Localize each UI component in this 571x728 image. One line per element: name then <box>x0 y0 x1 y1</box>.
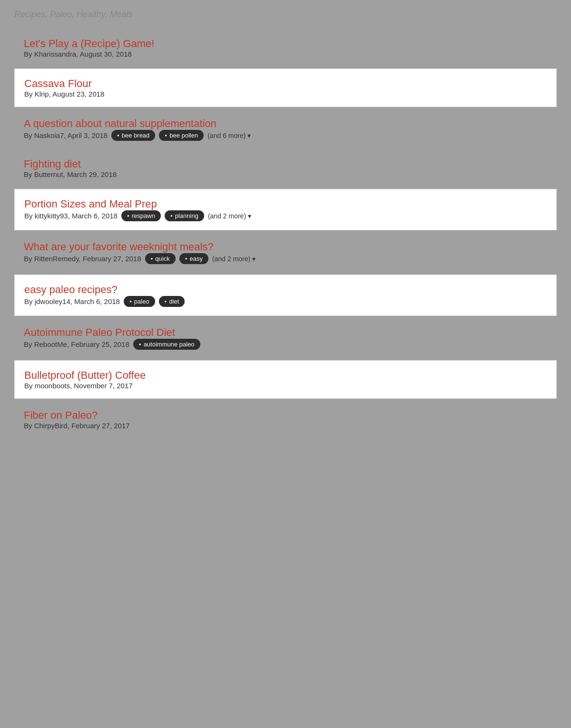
post-title[interactable]: Let's Play a (Recipe) Game! <box>24 38 154 49</box>
tag[interactable]: bee pollen <box>159 130 204 141</box>
tag[interactable]: quick <box>145 253 176 264</box>
post-title[interactable]: easy paleo recipes? <box>24 284 118 295</box>
list-item[interactable]: A question about natural supplementation… <box>14 109 557 149</box>
post-author-date: By ChirpyBird, February 27, 2017 <box>24 422 130 430</box>
post-meta: By RebootMe, February 25, 2018autoimmune… <box>24 339 547 350</box>
tag[interactable]: bee bread <box>111 130 155 141</box>
post-author-date: By Klrip, August 23, 2018 <box>24 90 104 98</box>
post-author-date: By Butternut, March 29, 2018 <box>24 170 117 178</box>
post-meta: By ChirpyBird, February 27, 2017 <box>24 422 547 430</box>
post-meta: By RittenRemedy, February 27, 2018quicke… <box>24 253 547 264</box>
post-author-date: By kittykitty93, March 6, 2018 <box>24 212 118 220</box>
post-author-date: By moonboots, November 7, 2017 <box>24 382 133 390</box>
list-item[interactable]: Let's Play a (Recipe) Game!By Kharissand… <box>14 29 557 67</box>
post-title[interactable]: A question about natural supplementation <box>24 118 217 129</box>
list-item[interactable]: Autoimmune Paleo Protocol DietBy RebootM… <box>14 318 557 358</box>
post-author-date: By jdwooley14, March 6, 2018 <box>24 297 120 305</box>
list-item[interactable]: Fiber on Paleo?By ChirpyBird, February 2… <box>14 401 557 438</box>
list-item[interactable]: Cassava FlourBy Klrip, August 23, 2018 <box>14 69 557 107</box>
post-list: Let's Play a (Recipe) Game!By Kharissand… <box>14 29 557 438</box>
list-item[interactable]: Bulletproof (Butter) CoffeeBy moonboots,… <box>14 360 557 399</box>
post-meta: By jdwooley14, March 6, 2018paleodiet <box>24 296 547 307</box>
post-meta: By Kharissandra, August 30, 2018 <box>24 50 547 58</box>
post-meta: By kittykitty93, March 6, 2018respawnpla… <box>24 210 547 221</box>
post-author-date: By RittenRemedy, February 27, 2018 <box>24 255 141 263</box>
more-tags[interactable]: (and 6 more) <box>207 132 251 139</box>
more-tags[interactable]: (and 2 more) <box>208 212 251 220</box>
post-meta: By Klrip, August 23, 2018 <box>24 90 547 98</box>
post-title[interactable]: Autoimmune Paleo Protocol Diet <box>24 326 175 338</box>
list-item[interactable]: Portion Sizes and Meal PrepBy kittykitty… <box>14 189 557 230</box>
post-title[interactable]: Portion Sizes and Meal Prep <box>24 198 157 210</box>
list-item[interactable]: easy paleo recipes?By jdwooley14, March … <box>14 275 557 316</box>
tag[interactable]: diet <box>159 296 185 307</box>
post-author-date: By Kharissandra, August 30, 2018 <box>24 50 132 58</box>
post-author-date: By RebootMe, February 25, 2018 <box>24 340 129 348</box>
tag[interactable]: planning <box>165 210 204 221</box>
tag[interactable]: paleo <box>124 296 155 307</box>
post-title[interactable]: Fighting diet <box>24 158 81 170</box>
tag[interactable]: easy <box>179 253 208 264</box>
post-meta: By Butternut, March 29, 2018 <box>24 170 547 178</box>
tag[interactable]: respawn <box>121 210 161 221</box>
post-title[interactable]: Bulletproof (Butter) Coffee <box>24 369 146 381</box>
post-title[interactable]: Fiber on Paleo? <box>24 409 98 421</box>
post-title[interactable]: Cassava Flour <box>24 78 92 89</box>
post-meta: By Naskoia7, April 3, 2018bee breadbee p… <box>24 130 547 141</box>
page-header: Recipes, Paleo, Healthy, Meals <box>14 10 557 20</box>
tag[interactable]: autoimmune paleo <box>133 339 200 350</box>
more-tags[interactable]: (and 2 more) <box>212 255 256 263</box>
list-item[interactable]: Fighting dietBy Butternut, March 29, 201… <box>14 149 557 187</box>
post-meta: By moonboots, November 7, 2017 <box>24 382 547 390</box>
list-item[interactable]: What are your favorite weeknight meals?B… <box>14 232 557 273</box>
post-title[interactable]: What are your favorite weeknight meals? <box>24 241 214 253</box>
post-author-date: By Naskoia7, April 3, 2018 <box>24 131 108 139</box>
